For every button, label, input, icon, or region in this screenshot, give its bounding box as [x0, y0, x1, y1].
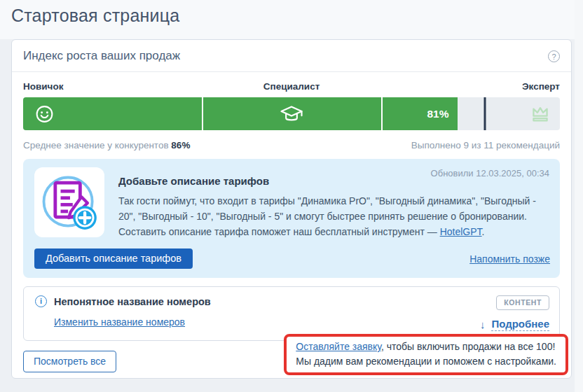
level-label-novice: Новичок: [23, 81, 63, 92]
info-icon: i: [35, 295, 47, 307]
tariff-description-illustration: [34, 167, 104, 237]
competitor-average-value: 86%: [171, 140, 190, 150]
callout-box: Оставляйте заявку, чтобы включить продаж…: [284, 334, 568, 375]
segment-divider: [381, 97, 383, 130]
issue-box: i Непонятное название номеров Изменить н…: [23, 286, 560, 341]
change-room-names-link[interactable]: Изменить название номеров: [54, 316, 185, 328]
page-title: Стартовая страница: [11, 6, 179, 26]
card-header: Индекс роста ваших продаж ?: [12, 40, 571, 72]
scrollbar-track[interactable]: [575, 0, 583, 392]
help-icon[interactable]: ?: [548, 50, 560, 62]
progress-bar: 81%: [23, 97, 560, 130]
completed-recommendations-text: Выполнено 9 из 11 рекомендаций: [411, 140, 560, 150]
view-all-button[interactable]: Посмотреть все: [23, 351, 116, 372]
segment-divider: [202, 97, 203, 130]
content-badge: КОНТЕНТ: [496, 295, 549, 310]
progress-fill: [23, 97, 458, 130]
recommendation-panel: Обновили 12.03.2025, 00:34 Добавьте оп: [23, 159, 560, 278]
callout-line2: Мы дадим вам рекомендации и поможем с на…: [296, 354, 556, 369]
level-label-expert: Эксперт: [522, 81, 560, 92]
specialist-graduation-cap-icon: [280, 104, 304, 124]
level-label-specialist: Специалист: [263, 81, 320, 92]
novice-smiley-icon: [34, 103, 55, 125]
add-tariff-description-button[interactable]: Добавить описание тарифов: [34, 248, 193, 269]
card-title: Индекс роста ваших продаж: [23, 49, 180, 63]
leave-request-link[interactable]: Оставляйте заявку: [296, 341, 381, 352]
details-link[interactable]: Подробнее: [491, 318, 549, 331]
callout-line1: Оставляйте заявку, чтобы включить продаж…: [296, 340, 556, 354]
remind-later-link[interactable]: Напомнить позже: [469, 253, 550, 265]
progress-meta-row: Среднее значение у конкурентов 86% Выпол…: [12, 130, 571, 150]
level-labels-row: Новичок Специалист Эксперт: [12, 72, 571, 97]
recommendation-body: Так гости поймут, что входит в тарифы "Д…: [118, 193, 550, 239]
progress-percent-label: 81%: [427, 108, 448, 120]
arrow-down-icon: ↓: [480, 318, 486, 330]
hotelgpt-link[interactable]: HotelGPT: [440, 226, 482, 237]
updated-timestamp: Обновили 12.03.2025, 00:34: [431, 168, 549, 178]
issue-title: Непонятное название номеров: [54, 296, 211, 307]
competitor-average-tick: [483, 97, 486, 130]
competitor-average-text: Среднее значение у конкурентов 86%: [23, 140, 190, 150]
sales-growth-index-card: Индекс роста ваших продаж ? Новичок Спец…: [11, 39, 572, 379]
expert-crown-icon: [530, 104, 551, 123]
